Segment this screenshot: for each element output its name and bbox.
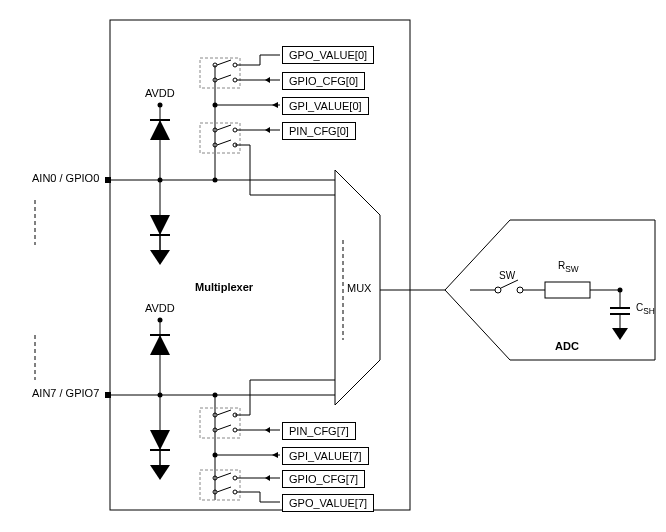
csh-label: CSH — [636, 302, 655, 316]
svg-point-45 — [233, 428, 237, 432]
svg-point-57 — [233, 490, 237, 494]
sw-label: SW — [499, 270, 515, 281]
mux-label: MUX — [347, 282, 371, 294]
svg-line-58 — [217, 473, 231, 478]
svg-point-55 — [233, 476, 237, 480]
reg-gpo-value-0: GPO_VALUE[0] — [282, 46, 374, 64]
gnd-top — [150, 250, 170, 265]
svg-point-31 — [233, 128, 237, 132]
pin-ain7 — [105, 392, 111, 398]
gnd-bottom — [150, 465, 170, 480]
switch-bottom-upper — [200, 408, 240, 438]
resistor-rsw — [545, 282, 590, 298]
pin-label-ain7: AIN7 / GPIO7 — [32, 387, 99, 399]
switch-top-lower — [200, 123, 240, 153]
pin-label-ain0: AIN0 / GPIO0 — [32, 172, 99, 184]
switch-bottom-lower — [200, 470, 240, 500]
svg-line-23 — [217, 75, 231, 80]
switch-top-upper — [200, 58, 240, 88]
reg-pin-cfg-7: PIN_CFG[7] — [282, 422, 356, 440]
svg-marker-7 — [150, 335, 170, 355]
gnd-adc — [612, 328, 628, 340]
svg-point-21 — [233, 78, 237, 82]
svg-line-34 — [217, 125, 231, 130]
svg-line-22 — [217, 60, 231, 65]
avdd-label-bottom: AVDD — [145, 302, 175, 314]
avdd-label-top: AVDD — [145, 87, 175, 99]
svg-marker-3 — [150, 215, 170, 235]
adc-label: ADC — [555, 340, 579, 352]
reg-gpi-value-7: GPI_VALUE[7] — [282, 447, 369, 465]
svg-point-68 — [517, 287, 523, 293]
svg-point-19 — [233, 63, 237, 67]
svg-line-69 — [501, 280, 518, 288]
svg-line-46 — [217, 410, 231, 415]
multiplexer-label: Multiplexer — [195, 281, 253, 293]
svg-point-67 — [495, 287, 501, 293]
rsw-label: RSW — [558, 260, 579, 274]
svg-line-35 — [217, 140, 231, 145]
svg-marker-1 — [150, 120, 170, 140]
reg-gpo-value-7: GPO_VALUE[7] — [282, 494, 374, 512]
svg-line-47 — [217, 425, 231, 430]
svg-marker-9 — [150, 430, 170, 450]
pin-ain0 — [105, 177, 111, 183]
reg-pin-cfg-0: PIN_CFG[0] — [282, 122, 356, 140]
reg-gpio-cfg-7: GPIO_CFG[7] — [282, 470, 365, 488]
svg-line-59 — [217, 487, 231, 492]
reg-gpi-value-0: GPI_VALUE[0] — [282, 97, 369, 115]
reg-gpio-cfg-0: GPIO_CFG[0] — [282, 72, 365, 90]
